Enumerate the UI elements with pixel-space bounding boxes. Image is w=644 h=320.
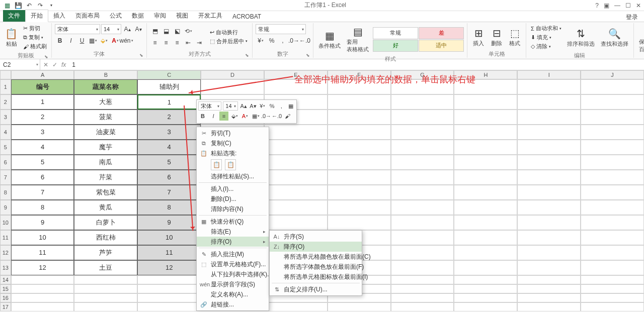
conditional-format-button[interactable]: ▦条件格式 bbox=[316, 28, 343, 51]
comma-icon[interactable]: , bbox=[278, 36, 288, 46]
save-baidu-button[interactable]: ☁保存到 百度网盘 bbox=[637, 24, 644, 54]
cell[interactable] bbox=[264, 200, 328, 215]
insert-cells-button[interactable]: ⊞插入 bbox=[470, 26, 487, 48]
dialog-launcher-icon[interactable]: ⬊ bbox=[306, 53, 310, 58]
cell[interactable] bbox=[391, 245, 454, 260]
fill-color-icon[interactable]: ⬙ bbox=[230, 112, 239, 121]
row-header[interactable]: 1 bbox=[0, 79, 11, 94]
cell[interactable]: 紫包菜 bbox=[74, 185, 137, 200]
format-painter-button[interactable]: 🖌格式刷 bbox=[22, 42, 48, 51]
ctx-define-name[interactable]: 定义名称(A)... bbox=[197, 289, 269, 299]
cell[interactable] bbox=[328, 94, 391, 110]
cell[interactable] bbox=[581, 110, 644, 125]
col-header-D[interactable]: D bbox=[201, 70, 264, 79]
align-top-icon[interactable]: ⬒ bbox=[150, 26, 160, 36]
copy-button[interactable]: ⧉复制▾ bbox=[22, 33, 48, 42]
cell[interactable] bbox=[328, 79, 391, 94]
phonetic-icon[interactable]: wén bbox=[121, 36, 131, 46]
cell[interactable] bbox=[264, 185, 328, 200]
tab-review[interactable]: 审阅 bbox=[149, 10, 171, 22]
dialog-launcher-icon[interactable]: ⬊ bbox=[245, 53, 249, 58]
cell[interactable]: 9 bbox=[11, 215, 74, 230]
cell[interactable] bbox=[581, 125, 644, 140]
cell[interactable] bbox=[74, 302, 137, 311]
orientation-icon[interactable]: ⟲ bbox=[183, 26, 193, 36]
ribbon-opts-icon[interactable]: ▣ bbox=[604, 2, 609, 9]
select-all-button[interactable] bbox=[0, 70, 11, 79]
grow-font-icon[interactable]: A▴ bbox=[122, 24, 132, 34]
col-header-J[interactable]: J bbox=[581, 70, 644, 79]
tab-layout[interactable]: 页面布局 bbox=[70, 10, 105, 22]
save-icon[interactable]: 💾 bbox=[14, 2, 22, 10]
cell[interactable] bbox=[454, 155, 517, 170]
enter-icon[interactable]: ✓ bbox=[52, 61, 57, 68]
cell[interactable]: 3 bbox=[11, 125, 74, 140]
cell[interactable] bbox=[581, 185, 644, 200]
cell[interactable] bbox=[391, 275, 454, 284]
ctx-insert[interactable]: 插入(I)... bbox=[197, 184, 269, 194]
cell[interactable] bbox=[391, 260, 454, 275]
cell[interactable] bbox=[264, 140, 328, 155]
italic-icon[interactable]: I bbox=[209, 112, 218, 121]
paste-option-icon[interactable]: 📋 bbox=[225, 159, 236, 170]
cell[interactable]: 土豆 bbox=[74, 260, 137, 275]
row-header[interactable]: 4 bbox=[0, 125, 11, 140]
qat-customize-icon[interactable]: ▾ bbox=[47, 2, 55, 10]
ctx-copy[interactable]: ⧉复制(C) bbox=[197, 138, 269, 148]
decrease-decimal-icon[interactable]: ←.0 bbox=[300, 36, 310, 46]
cell[interactable] bbox=[517, 155, 581, 170]
cell[interactable]: 11 bbox=[11, 245, 74, 260]
paste-option-icon[interactable]: 📋 bbox=[211, 159, 222, 170]
cell[interactable]: 3 bbox=[137, 125, 201, 140]
cell[interactable]: 2 bbox=[11, 110, 74, 125]
increase-decimal-icon[interactable]: .0→ bbox=[262, 112, 271, 121]
ctx-format-cells[interactable]: ⬚设置单元格格式(F)... bbox=[197, 259, 269, 269]
font-name-combo[interactable]: 宋体 bbox=[55, 24, 100, 34]
row-header[interactable]: 13 bbox=[0, 260, 11, 275]
row-header[interactable]: 9 bbox=[0, 200, 11, 215]
cell[interactable]: 魔芋 bbox=[74, 140, 137, 155]
align-bottom-icon[interactable]: ⬕ bbox=[172, 26, 182, 36]
align-left-icon[interactable]: ≡ bbox=[150, 38, 160, 48]
cell[interactable] bbox=[391, 185, 454, 200]
clear-button[interactable]: ◇清除▾ bbox=[529, 42, 563, 51]
cell[interactable]: 6 bbox=[11, 170, 74, 185]
cell[interactable]: 7 bbox=[137, 185, 201, 200]
find-select-button[interactable]: 🔍查找和选择 bbox=[599, 26, 630, 49]
accounting-icon[interactable]: ¥ bbox=[256, 36, 266, 46]
cell[interactable]: 10 bbox=[137, 230, 201, 245]
ctx-sort-asc[interactable]: A↓升序(S) bbox=[270, 232, 362, 242]
cell[interactable]: 11 bbox=[137, 245, 201, 260]
cell[interactable]: 西红柿 bbox=[74, 230, 137, 245]
cell[interactable]: 1 bbox=[11, 94, 74, 110]
align-center-icon[interactable]: ≡ bbox=[161, 38, 171, 48]
col-header-E[interactable]: E bbox=[264, 70, 328, 79]
cell[interactable] bbox=[264, 79, 328, 94]
cell[interactable] bbox=[328, 125, 391, 140]
row-header[interactable]: 12 bbox=[0, 245, 11, 260]
cell-styles-gallery[interactable]: 常规 差 好 适中 bbox=[373, 27, 464, 52]
minimize-icon[interactable]: — bbox=[614, 2, 620, 9]
cell[interactable]: 8 bbox=[11, 200, 74, 215]
col-header-H[interactable]: H bbox=[454, 70, 517, 79]
cell[interactable] bbox=[328, 200, 391, 215]
row-header[interactable]: 14 bbox=[0, 275, 11, 284]
cell[interactable] bbox=[517, 94, 581, 110]
cell[interactable] bbox=[454, 125, 517, 140]
ctx-sort-font-color[interactable]: 将所选字体颜色放在最前面(F) bbox=[270, 262, 362, 272]
shrink-font-icon[interactable]: A▾ bbox=[133, 24, 143, 34]
italic-icon[interactable]: I bbox=[66, 36, 76, 46]
cell[interactable]: 编号 bbox=[11, 79, 74, 94]
grow-font-icon[interactable]: A▴ bbox=[239, 101, 248, 111]
row-header[interactable]: 11 bbox=[0, 230, 11, 245]
cell[interactable] bbox=[454, 293, 517, 302]
undo-icon[interactable]: ↶ bbox=[25, 2, 33, 10]
cell[interactable] bbox=[517, 260, 581, 275]
tab-formulas[interactable]: 公式 bbox=[105, 10, 127, 22]
ctx-comment[interactable]: ✎插入批注(M) bbox=[197, 249, 269, 259]
cell[interactable]: 8 bbox=[137, 200, 201, 215]
cell[interactable] bbox=[391, 293, 454, 302]
fill-color-icon[interactable]: ≡ bbox=[219, 112, 228, 121]
row-header[interactable]: 17 bbox=[0, 302, 11, 311]
bold-icon[interactable]: B bbox=[198, 112, 207, 121]
